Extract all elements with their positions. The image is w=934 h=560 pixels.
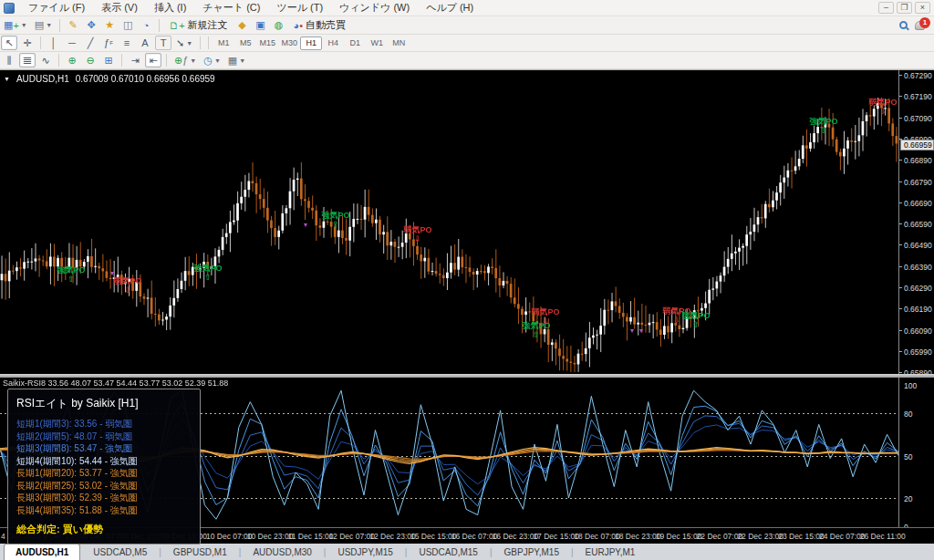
signal-dot-icon: ▾ — [110, 269, 114, 277]
label-tool-icon[interactable]: T — [155, 36, 171, 50]
fibonacci-tool-icon[interactable]: ƒF — [100, 36, 117, 50]
down-arrow-icon: ⇩ — [403, 235, 431, 244]
chart-tab-audusdh1[interactable]: AUDUSD,H1 — [4, 544, 80, 560]
po-marker-label: 強気PO — [193, 264, 222, 273]
globe-icon[interactable]: ◍ — [271, 18, 287, 33]
vertical-line-tool-icon[interactable]: │ — [46, 36, 62, 50]
trendline-tool-icon[interactable]: ╱ — [82, 36, 99, 50]
timeframe-button-mn[interactable]: MN — [388, 36, 410, 50]
tester-icon[interactable]: ◔ — [138, 18, 154, 33]
rsi-panel-row: 短期4(期間10): 54.44 - 強気圏 — [16, 455, 192, 468]
menu-item[interactable]: ヘルプ (H) — [418, 0, 482, 16]
line-chart-icon[interactable]: ∿ — [37, 53, 54, 67]
chart-collapse-icon[interactable]: ▼ — [4, 76, 10, 82]
new-chart-icon[interactable]: ▦+▼ — [1, 18, 30, 33]
price-axis-label: 0.67290 — [904, 71, 932, 80]
time-axis-label: 11 Dec 15:00 — [288, 532, 334, 541]
price-axis[interactable]: 0.672900.671900.670900.669900.668900.667… — [898, 70, 934, 527]
price-axis-label: 0.66590 — [904, 220, 932, 229]
chart-tab-gbpusdm1[interactable]: GBPUSD,M1 — [162, 544, 238, 560]
cursor-tool-icon[interactable]: ↖ — [1, 36, 17, 50]
price-axis-label: 0.66290 — [904, 284, 932, 293]
up-arrow-icon: ⇧ — [57, 275, 85, 284]
chart-tab-eurjpym1[interactable]: EURJPY,M1 — [575, 544, 647, 560]
chart-tab-usdcadm5[interactable]: USDCAD,M5 — [82, 544, 158, 560]
menu-item[interactable]: ファイル (F) — [20, 0, 93, 16]
rsi-panel-row: 長期1(期間20): 53.77 - 強気圏 — [16, 467, 192, 480]
notification-bell-icon[interactable]: 1 — [915, 21, 925, 30]
timeframe-button-w1[interactable]: W1 — [366, 36, 388, 50]
rsi-panel-row: 長期4(期間35): 51.88 - 強気圏 — [16, 504, 192, 517]
zoom-out-icon[interactable]: ⊖ — [82, 53, 99, 67]
mt4-window: ファイル (F)表示 (V)挿入 (I)チャート (C)ツール (T)ウィンドウ… — [0, 0, 934, 560]
chart-shift-icon[interactable]: ⇤ — [145, 53, 161, 67]
app-icon — [4, 3, 15, 14]
standard-toolbar: ▦+▼ ▤▼ ✎ ✥ ★ ◫ ◔ 🗋+ 新規注文 ◆ ▣ ◍ ◕• 自動売買 1 — [0, 16, 934, 35]
time-axis-label: 18 Dec 07:00 — [574, 532, 620, 541]
text-tool-icon[interactable]: A — [137, 36, 153, 50]
menu-item[interactable]: 表示 (V) — [93, 0, 146, 16]
rsi-scale-label: 80 — [904, 410, 912, 419]
po-marker-bull: 強気PO⇧ — [681, 312, 710, 329]
menu-item[interactable]: チャート (C) — [194, 0, 268, 16]
crosshair-tool-icon[interactable]: ✛ — [19, 36, 36, 50]
new-order-icon: 🗋+ — [169, 20, 184, 31]
chart-tab-audusdm30[interactable]: AUDUSD,M30 — [242, 544, 322, 560]
menu-item[interactable]: ウィンドウ (W) — [331, 0, 418, 16]
time-axis-label: 12 Dec 23:00 — [369, 532, 416, 541]
signal-dot-icon: ▾ — [630, 327, 634, 335]
horizontal-line-tool-icon[interactable]: ─ — [64, 36, 80, 50]
channel-tool-icon[interactable]: ≡ — [119, 36, 135, 50]
tile-windows-icon[interactable]: ⊞ — [100, 53, 117, 67]
po-marker-bull: 強気PO⇧ — [321, 212, 349, 229]
auto-trade-button[interactable]: ◕• 自動売買 — [288, 17, 352, 33]
bar-chart-icon[interactable]: ⫼ — [1, 53, 17, 67]
market-watch-icon[interactable]: ✎ — [65, 18, 81, 33]
profiles-icon[interactable]: ▤▼ — [32, 18, 55, 33]
minimize-button[interactable]: – — [878, 2, 894, 14]
rsi-panel-row: 長期3(期間30): 52.39 - 強気圏 — [16, 492, 192, 504]
templates-icon[interactable]: ▦▼ — [225, 53, 248, 67]
terminal2-icon[interactable]: ▣ — [253, 18, 269, 33]
timeframe-button-d1[interactable]: D1 — [344, 36, 366, 50]
metaeditor-icon[interactable]: ◆ — [234, 18, 251, 33]
timeframe-button-m5[interactable]: M5 — [234, 36, 256, 50]
timeframe-button-h1[interactable]: H1 — [300, 36, 322, 50]
indicators-icon[interactable]: ⊕ƒ▼ — [171, 53, 199, 67]
menu-item[interactable]: 挿入 (I) — [146, 0, 194, 16]
arrows-tool-icon[interactable]: ➘▼ — [173, 36, 195, 50]
timeframe-button-m30[interactable]: M30 — [278, 36, 300, 50]
chart-window[interactable]: ▼ AUDUSD,H1 0.67009 0.67010 0.66956 0.66… — [0, 69, 934, 543]
time-axis-label: 23 Dec 15:00 — [778, 532, 825, 541]
close-button[interactable]: × — [915, 2, 930, 14]
po-marker-label: 弱気PO — [403, 225, 431, 234]
candlestick-chart-icon[interactable]: 𝌆 — [19, 53, 36, 67]
new-order-button[interactable]: 🗋+ 新規注文 — [163, 17, 233, 33]
timeframe-button-h4[interactable]: H4 — [322, 36, 344, 50]
pane-resize-handle[interactable] — [0, 374, 934, 378]
price-axis-label: 0.66690 — [904, 199, 932, 208]
chart-tabs-bar: AUDUSD,H1USDCAD,M5|GBPUSD,M1|AUDUSD,M30|… — [0, 543, 934, 560]
current-price-tag: 0.66959 — [900, 140, 934, 150]
chart-tab-usdjpym15[interactable]: USDJPY,M15 — [327, 544, 403, 560]
restore-button[interactable]: ❐ — [897, 2, 912, 14]
favorites-icon[interactable]: ★ — [101, 18, 118, 33]
price-axis-label: 0.65990 — [904, 347, 932, 357]
up-arrow-icon: ⇧ — [193, 274, 222, 282]
auto-scroll-icon[interactable]: ⇥ — [127, 53, 143, 67]
menu-items: ファイル (F)表示 (V)挿入 (I)チャート (C)ツール (T)ウィンドウ… — [20, 0, 482, 16]
zoom-in-icon[interactable]: ⊕ — [64, 53, 80, 67]
menu-item[interactable]: ツール (T) — [268, 0, 331, 16]
terminal-icon[interactable]: ◫ — [119, 18, 136, 33]
timeframe-button-m1[interactable]: M1 — [213, 36, 234, 50]
periods-icon[interactable]: ◷▼ — [201, 53, 223, 67]
timeframe-button-m15[interactable]: M15 — [256, 36, 278, 50]
navigator-icon[interactable]: ✥ — [83, 18, 99, 33]
chart-tab-gbpjpym15[interactable]: GBPJPY,M15 — [493, 544, 570, 560]
chart-tab-usdcadm15[interactable]: USDCAD,M15 — [408, 544, 488, 560]
rsi-panel-rows: 短期1(期間3): 33.56 - 弱気圏短期2(期間5): 48.07 - 弱… — [16, 418, 192, 516]
search-icon[interactable] — [899, 21, 908, 29]
po-marker-label: 強気PO — [681, 311, 710, 320]
po-marker-label: 強気PO — [809, 117, 837, 126]
indicator-header: Saikix-RSI8 33.56 48.07 53.47 54.44 53.7… — [3, 379, 228, 388]
